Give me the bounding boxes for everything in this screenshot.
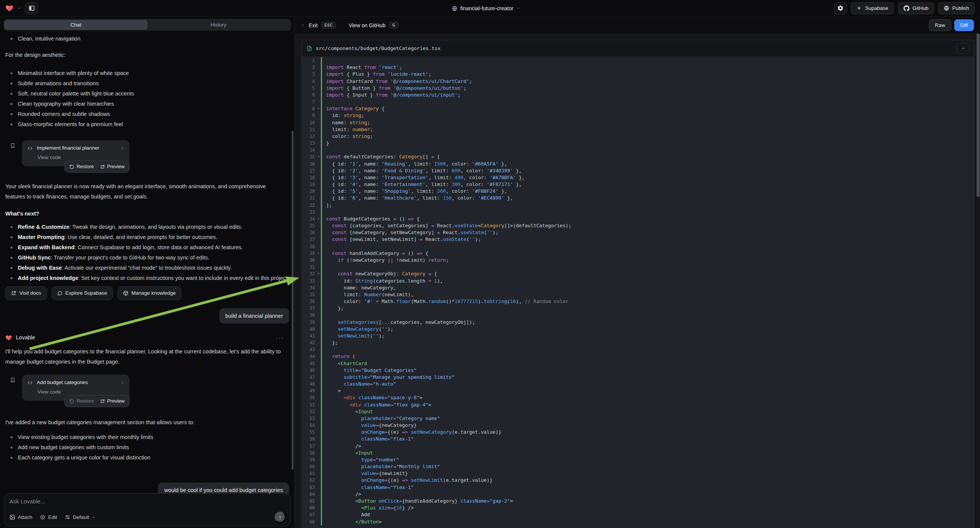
g-kbd: G: [389, 22, 398, 29]
file-header[interactable]: src/components/budget/BudgetCategories.t…: [302, 40, 974, 57]
code-line: 17 { id: '2', name: 'Food & Dining', lim…: [302, 167, 974, 174]
code-line: 26 const [newCategory, setNewCategory] =…: [302, 229, 974, 236]
view-code-link[interactable]: View code: [38, 389, 124, 396]
code-icon: [27, 380, 33, 385]
file-card: src/components/budget/BudgetCategories.t…: [302, 40, 974, 528]
code-line: 48 className="h-auto": [302, 381, 974, 388]
code-panel: Exit ESC View on GitHub G Raw Diff src/c…: [295, 17, 980, 528]
code-line: 54 value={newCategory}: [302, 422, 974, 429]
code-line: 1: [302, 57, 974, 64]
code-toolbar: Exit ESC View on GitHub G Raw Diff: [295, 17, 980, 34]
supabase-icon: [856, 5, 862, 11]
target-icon: [40, 514, 45, 520]
lovable-logo: [5, 334, 12, 341]
model-selector[interactable]: Default: [65, 514, 96, 520]
code-line: 66 <Plus size={16} />: [302, 504, 974, 511]
raw-button[interactable]: Raw: [929, 19, 951, 31]
code-line: 33 id: String(categories.length + 1),: [302, 278, 974, 285]
attach-image-icon: [10, 514, 15, 520]
external-link-icon: [11, 291, 16, 296]
explore-supabase-button[interactable]: Explore Supabase: [51, 286, 113, 300]
code-line: 42 };: [302, 339, 974, 346]
code-line: 59 type="number": [302, 456, 974, 463]
code-line: 19 { id: '4', name: 'Entertainment', lim…: [302, 181, 974, 188]
bookmark-icon[interactable]: [10, 142, 16, 149]
code-line: 32∨ const newCategoryObj: Category = {: [302, 270, 974, 277]
list-item: View existing budget categories with the…: [5, 432, 289, 442]
code-line: 4import ChartCard from '@/components/ui/…: [302, 78, 974, 85]
restore-button[interactable]: Restore: [69, 164, 94, 170]
publish-button[interactable]: Publish: [938, 2, 975, 14]
view-code-link[interactable]: View code: [38, 154, 124, 161]
attach-button[interactable]: Attach: [10, 514, 32, 520]
code-line: 31: [302, 264, 974, 270]
tab-history[interactable]: History: [147, 20, 290, 30]
more-menu-icon[interactable]: ···: [276, 332, 284, 343]
chevron-left-icon: [301, 23, 305, 27]
code-line: 60 placeholder="Monthly limit": [302, 463, 974, 470]
tab-chat[interactable]: Chat: [5, 20, 147, 30]
code-line: 18 { id: '3', name: 'Transportation', li…: [302, 174, 974, 181]
chat-scrollbar[interactable]: [292, 131, 294, 470]
code-line: 25 const [categories, setCategories] = R…: [302, 222, 974, 229]
code-line: 56 className="flex-1": [302, 436, 974, 442]
code-line: 23: [302, 209, 974, 216]
preview-button[interactable]: Preview: [100, 164, 125, 170]
code-icon: [27, 146, 33, 151]
lovable-logo[interactable]: [5, 4, 14, 13]
code-line: 15∨const defaultCategories: Category[] =…: [302, 153, 974, 160]
restore-icon: [69, 164, 74, 169]
code-line: 63 className="flex-1": [302, 484, 974, 491]
chevron-down-icon[interactable]: [18, 6, 21, 10]
manage-knowledge-button[interactable]: Manage knowledge: [118, 286, 181, 300]
send-button[interactable]: ↑: [275, 512, 286, 523]
list-item: Clean, intuitive navigation: [5, 34, 289, 44]
code-line: 2import React from 'react';: [302, 64, 974, 71]
code-line: 37 };: [302, 305, 974, 312]
diff-button[interactable]: Diff: [954, 19, 974, 31]
collapse-button[interactable]: [956, 43, 969, 54]
settings-button[interactable]: [834, 2, 847, 14]
window-scrollbar[interactable]: [977, 33, 980, 197]
file-path: src/components/budget/BudgetCategories.t…: [316, 45, 441, 51]
code-line: 51 <div className="flex gap-4">: [302, 401, 974, 408]
package-icon: [123, 291, 129, 296]
chat-panel: Chat History Clean, intuitive navigation…: [0, 17, 295, 528]
exit-button[interactable]: Exit ESC: [301, 22, 336, 29]
edit-button[interactable]: Edit: [40, 514, 57, 520]
project-switcher[interactable]: financial-future-creator: [452, 0, 520, 17]
list-item: Add new budget categories with custom li…: [5, 442, 289, 453]
list-item: Subtle animations and transitions: [5, 78, 289, 89]
code-line: 58 <Input: [302, 450, 974, 456]
chevron-right-icon: [120, 146, 124, 150]
restore-button[interactable]: Restore: [69, 398, 94, 404]
view-on-github-button[interactable]: View on GitHub G: [348, 22, 398, 29]
code-line: 6import { Input } from '@/components/ui/…: [302, 92, 974, 99]
supabase-button[interactable]: Supabase: [851, 2, 894, 14]
bookmark-icon[interactable]: [10, 377, 16, 383]
github-button[interactable]: GitHub: [898, 2, 934, 14]
code-line: 21 { id: '6', name: 'Healthcare', limit:…: [302, 195, 974, 202]
code-line: 40 setNewCategory('');: [302, 326, 974, 332]
chat-input[interactable]: [10, 498, 285, 504]
list-item: Refine & Customize: Tweak the design, an…: [5, 222, 289, 232]
code-line: 20 { id: '5', name: 'Shopping', limit: 2…: [302, 188, 974, 195]
sidebar-toggle-button[interactable]: [25, 2, 38, 14]
code-line: 41 setNewLimit('');: [302, 332, 974, 339]
visit-docs-button[interactable]: Visit docs: [5, 286, 47, 300]
chat-messages[interactable]: Clean, intuitive navigation For the desi…: [0, 31, 294, 528]
chevron-down-icon: [516, 6, 520, 10]
code-line: 35 limit: Number(newLimit),: [302, 291, 974, 298]
code-lines[interactable]: 12import React from 'react';3import { Pl…: [302, 57, 974, 525]
preview-button[interactable]: Preview: [100, 398, 125, 404]
list-item: GitHub Sync: Transfer your project's cod…: [5, 253, 289, 263]
chevron-down-icon: [92, 515, 95, 519]
code-line: 62 onChange={(e) => setNewLimit(e.target…: [302, 477, 974, 484]
external-link-icon: [100, 164, 105, 169]
list-item: Minimalist interface with plenty of whit…: [5, 68, 289, 78]
code-line: 50 <div className="space-y-6">: [302, 394, 974, 401]
code-line: 14: [302, 146, 974, 153]
code-line: 53 placeholder="Category name": [302, 415, 974, 422]
github-icon: [904, 5, 910, 11]
list-item: Expand with Backend: Connect Supabase to…: [5, 242, 289, 253]
